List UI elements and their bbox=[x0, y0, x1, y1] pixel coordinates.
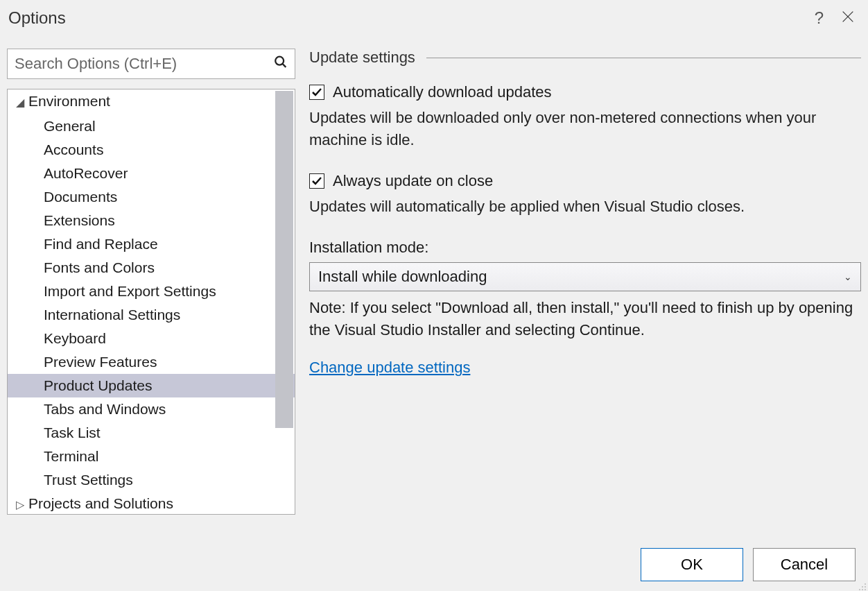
tree-item[interactable]: Documents bbox=[8, 185, 295, 209]
tree-item[interactable]: AutoRecover bbox=[8, 162, 295, 185]
expanded-arrow-icon: ◢ bbox=[16, 92, 26, 113]
svg-line-3 bbox=[282, 64, 286, 67]
tree-group[interactable]: ▷Projects and Solutions bbox=[8, 492, 295, 515]
tree-item[interactable]: Import and Export Settings bbox=[8, 280, 295, 303]
search-icon[interactable] bbox=[273, 55, 288, 74]
chevron-down-icon: ⌄ bbox=[844, 271, 852, 282]
tree-item[interactable]: Find and Replace bbox=[8, 232, 295, 256]
tree-item[interactable]: Keyboard bbox=[8, 327, 295, 350]
tree-item[interactable]: Fonts and Colors bbox=[8, 256, 295, 280]
tree-item[interactable]: Terminal bbox=[8, 445, 295, 468]
tree-group[interactable]: ◢Environment bbox=[8, 89, 295, 114]
window-title: Options bbox=[8, 8, 815, 28]
tree-item[interactable]: International Settings bbox=[8, 303, 295, 327]
svg-point-7 bbox=[859, 589, 860, 590]
update-on-close-label: Always update on close bbox=[333, 172, 493, 190]
close-icon[interactable] bbox=[840, 9, 856, 28]
panel-heading: Update settings bbox=[309, 49, 415, 67]
install-mode-select[interactable]: Install while downloading ⌄ bbox=[309, 262, 861, 291]
auto-download-desc: Updates will be downloaded only over non… bbox=[309, 107, 861, 151]
tree-item[interactable]: Extensions bbox=[8, 209, 295, 232]
help-icon[interactable]: ? bbox=[815, 8, 824, 28]
svg-point-8 bbox=[862, 589, 863, 590]
ok-button[interactable]: OK bbox=[641, 548, 743, 581]
change-update-settings-link[interactable]: Change update settings bbox=[309, 359, 861, 377]
divider bbox=[426, 58, 861, 58]
cancel-button[interactable]: Cancel bbox=[753, 548, 856, 581]
tree-item[interactable]: Accounts bbox=[8, 138, 295, 162]
tree-item[interactable]: General bbox=[8, 114, 295, 138]
install-mode-note: Note: If you select "Download all, then … bbox=[309, 297, 861, 341]
tree-item[interactable]: Preview Features bbox=[8, 350, 295, 374]
update-on-close-checkbox[interactable] bbox=[309, 173, 324, 189]
search-input[interactable] bbox=[7, 49, 295, 79]
install-mode-value: Install while downloading bbox=[318, 268, 487, 286]
update-on-close-desc: Updates will automatically be applied wh… bbox=[309, 196, 861, 218]
titlebar: Options ? bbox=[0, 0, 868, 36]
tree-item[interactable]: Trust Settings bbox=[8, 468, 295, 492]
tree-item[interactable]: Product Updates bbox=[8, 374, 295, 397]
auto-download-label: Automatically download updates bbox=[333, 83, 552, 101]
options-tree[interactable]: ◢EnvironmentGeneralAccountsAutoRecoverDo… bbox=[7, 89, 295, 515]
collapsed-arrow-icon: ▷ bbox=[16, 495, 26, 515]
tree-scrollbar[interactable] bbox=[275, 91, 293, 428]
tree-item[interactable]: Task List bbox=[8, 421, 295, 445]
resize-grip-icon[interactable] bbox=[856, 579, 867, 590]
svg-point-9 bbox=[865, 589, 866, 590]
tree-item[interactable]: Tabs and Windows bbox=[8, 397, 295, 421]
install-mode-label: Installation mode: bbox=[309, 239, 861, 257]
auto-download-checkbox[interactable] bbox=[309, 85, 324, 100]
svg-point-4 bbox=[865, 583, 866, 585]
svg-point-6 bbox=[865, 586, 866, 588]
svg-point-5 bbox=[862, 586, 863, 588]
